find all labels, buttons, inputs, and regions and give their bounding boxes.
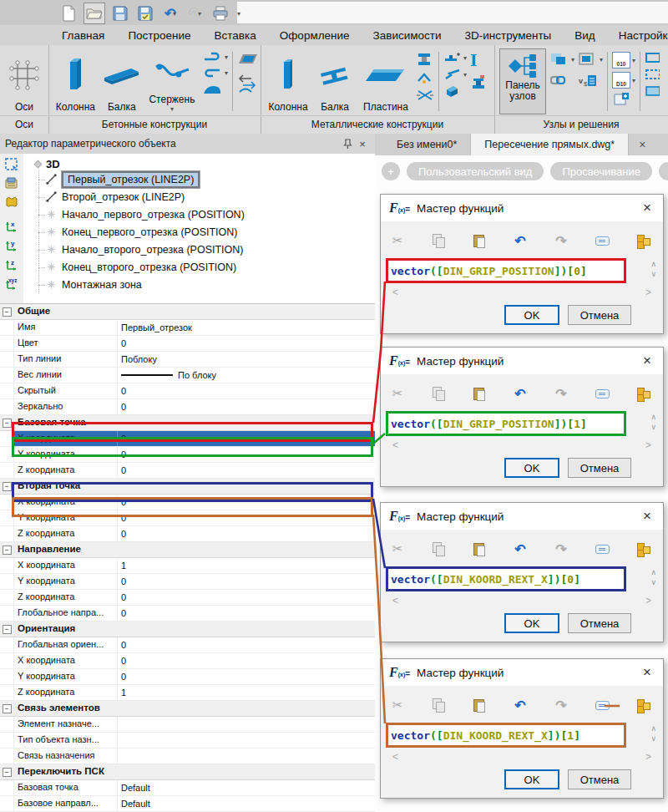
property-row[interactable]: Y координата0 [0,669,375,685]
function-blocks-icon[interactable] [635,540,651,557]
property-group-header[interactable]: −Базовая точка [0,415,375,431]
collapse-icon[interactable]: − [3,482,12,491]
ribbon-tab-7[interactable]: Вид [563,29,606,42]
property-row[interactable]: Элемент назначе... [0,717,375,733]
save-as-button[interactable] [135,3,155,23]
property-value[interactable]: 0 [118,510,375,525]
property-row[interactable]: Тип объекта назн... [0,733,375,749]
qat-customize-button[interactable]: ▾ [235,3,245,23]
close-icon[interactable]: × [640,664,655,681]
collapse-icon[interactable]: − [3,704,12,713]
property-value[interactable]: 0 [118,336,375,351]
property-row[interactable]: X координата0 [0,495,375,510]
property-value[interactable]: 1 [118,685,375,700]
ribbon-tab-5[interactable]: Зависимости [362,29,453,42]
nodes-panel-button[interactable]: Панель узлов [499,48,546,114]
undo-icon[interactable]: ↶ [512,232,529,249]
node-links-button[interactable] [549,74,574,87]
copy-icon[interactable] [430,232,447,249]
collapse-icon[interactable]: − [3,307,12,317]
property-group-header[interactable]: −Связь элементов [0,701,375,717]
close-icon[interactable]: × [640,508,655,525]
scroll-down-icon[interactable]: ∨ [650,578,656,586]
dialog-titlebar[interactable]: F(x)= Мастер функций × [381,503,663,530]
property-value[interactable]: 0 [118,574,375,589]
property-value[interactable]: 0 [118,463,375,478]
tree-item[interactable]: Второй_отрезок (LINE2P) [23,188,375,206]
block-button[interactable] [443,85,467,99]
close-icon[interactable]: × [640,353,655,369]
property-group-header[interactable]: −Общие [0,304,375,320]
property-value[interactable]: 1 [118,558,375,573]
cancel-button[interactable]: Отмена [568,305,631,325]
collapse-icon[interactable]: − [3,546,12,555]
function-blocks-icon[interactable] [635,385,651,402]
undo-dropdown-icon[interactable]: ▾ [173,10,176,18]
property-row[interactable]: Z координата0 [0,463,375,479]
scroll-left-icon[interactable]: < [392,751,398,763]
property-value[interactable]: 0 [118,495,375,510]
scroll-left-icon[interactable]: < [392,595,398,606]
anchor-button[interactable] [416,71,434,84]
cancel-button[interactable]: Отмена [568,769,631,789]
add-sheet-button[interactable] [612,92,635,107]
object-properties-icon[interactable] [4,176,19,191]
formula-input[interactable]: vector([DIN_KOORD_REXT_X])[0] [386,566,626,591]
metal-beam-button[interactable]: Балка [312,47,357,116]
cancel-button[interactable]: Отмена [568,458,631,478]
tree-item[interactable]: Монтажная зона [23,276,375,293]
style-d10-button[interactable]: D10 ▾ [612,72,635,89]
scroll-right-icon[interactable]: > [645,595,651,606]
print-button[interactable] [210,3,230,23]
tree-item[interactable]: Начало_второго_отрезка (POSITION) [23,241,375,258]
metal-column-button[interactable]: Колонна [264,47,312,116]
property-row[interactable]: Y координата0 [0,447,375,463]
cut-pill[interactable]: — н [659,162,668,180]
new-file-button[interactable] [58,3,78,23]
ok-button[interactable]: OK [504,458,559,478]
ok-button[interactable]: OK [504,613,559,633]
property-row[interactable]: X координата0 [0,431,375,447]
save-button[interactable] [110,3,130,23]
concrete-beam-button[interactable]: Балка [99,47,144,116]
formula-input[interactable]: vector([DIN_GRIP_POSITION])[0] [386,258,626,283]
scroll-up-icon[interactable]: ∧ [650,724,656,733]
property-row[interactable]: Зеркально0 [0,399,375,415]
channel-top-button[interactable]: ▾ [201,52,228,62]
xray-pill[interactable]: Просвечивание [550,162,652,180]
close-icon[interactable]: × [640,200,655,216]
dialog-titlebar[interactable]: F(x)= Мастер функций × [381,348,663,374]
axis-xyz-icon[interactable]: xyz [4,277,19,292]
property-row[interactable]: Z координата1 [0,685,375,701]
ribbon-tab-2[interactable]: Построение [116,29,202,42]
ribbon-tab-8[interactable]: Настройки [607,29,668,42]
pad-button[interactable] [201,84,228,95]
redo-icon[interactable]: ↷ [553,232,569,249]
undo-icon[interactable]: ↶ [512,385,529,402]
property-value[interactable]: 0 [118,399,375,414]
edge-tool-3-button[interactable] [645,85,660,97]
scroll-up-icon[interactable]: ∧ [650,260,656,268]
redo-icon[interactable]: ↷ [553,697,569,713]
paste-icon[interactable] [471,385,488,402]
ribbon-tab-4[interactable]: Оформление [268,29,362,42]
edge-tool-1-button[interactable] [645,52,660,63]
expression-options-icon[interactable] [594,385,610,402]
cancel-button[interactable]: Отмена [568,613,631,633]
doc-tab-close-icon[interactable]: × [629,134,655,155]
ribbon-tab-1[interactable]: Главная [50,29,116,42]
property-row[interactable]: Базовая точкаDefault [0,780,375,796]
property-row[interactable]: ИмяПервый_отрезок [0,320,375,336]
cut-icon[interactable]: ✂ [389,385,406,402]
property-value[interactable] [118,733,375,748]
pin-icon[interactable] [340,136,355,151]
scroll-left-icon[interactable]: < [392,287,398,298]
tree-item[interactable]: Первый_отрезок (LINE2P) [23,170,375,188]
collapse-icon[interactable]: − [3,768,12,777]
profile-button[interactable]: I [470,52,488,69]
metal-plate-button[interactable]: Пластина [357,47,414,116]
property-row[interactable]: Базовое направл...Default [0,796,375,812]
concrete-column-button[interactable]: Колонна [52,47,99,116]
property-row[interactable]: Y координата0 [0,574,375,590]
property-value[interactable]: 0 [118,669,375,684]
